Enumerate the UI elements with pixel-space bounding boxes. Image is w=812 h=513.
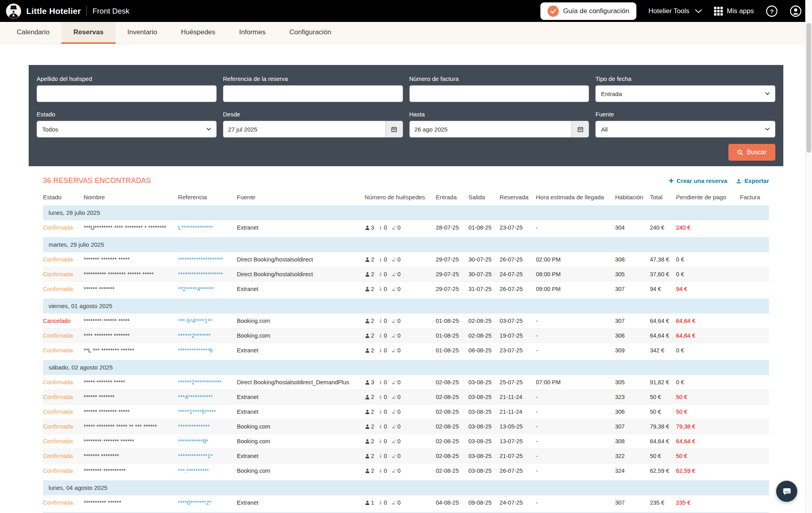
reference-link[interactable]: ******************** bbox=[178, 256, 237, 263]
infant-icon bbox=[391, 454, 396, 458]
status-badge: Confirmada bbox=[43, 394, 84, 400]
tab-informes[interactable]: Informes bbox=[227, 22, 278, 44]
status-badge: Confirmada bbox=[43, 271, 84, 277]
results-count: 36 RESERVAS ENCONTRADAS bbox=[43, 177, 151, 185]
from-date-input[interactable] bbox=[223, 121, 385, 138]
source-select[interactable]: All bbox=[595, 121, 775, 138]
my-apps-button[interactable]: Mis apps bbox=[714, 7, 754, 16]
booking-reference-input[interactable] bbox=[223, 85, 403, 102]
child-icon bbox=[378, 333, 383, 338]
reference-link[interactable]: ******2************ bbox=[178, 379, 237, 385]
pending-amount: 50 € bbox=[676, 394, 740, 400]
total-amount: 91,82 € bbox=[650, 379, 676, 385]
reference-link[interactable]: L************** bbox=[178, 224, 237, 231]
booked-date: 13-05-25 bbox=[500, 423, 536, 430]
tab-reservas[interactable]: Reservas bbox=[61, 22, 115, 44]
adults-count: 2 bbox=[371, 271, 374, 277]
status-select[interactable]: Todos bbox=[37, 121, 217, 138]
total-amount: 64,64 € bbox=[650, 332, 676, 339]
reference-link[interactable]: ****0*******2* bbox=[178, 499, 237, 506]
guest-name: ********** ******** ****** ***** bbox=[84, 271, 178, 277]
date-group-header: lunes, 04 agosto 2025 bbox=[43, 480, 769, 495]
little-hotelier-logo-icon bbox=[6, 3, 22, 19]
reservation-row: Confirmada****** ******** **********1***… bbox=[43, 404, 769, 419]
adults-count: 1 bbox=[371, 499, 374, 506]
column-header: Salida bbox=[468, 194, 499, 200]
checkout-date: 08-08-25 bbox=[468, 347, 499, 354]
infants-count: 0 bbox=[397, 379, 401, 385]
tab-inventario[interactable]: Inventario bbox=[115, 22, 169, 44]
room-number: 304 bbox=[615, 224, 650, 231]
adult-icon bbox=[365, 225, 370, 230]
search-filter-panel: Apellido del huésped Referencia de la re… bbox=[29, 65, 783, 166]
export-link[interactable]: Exportar bbox=[736, 177, 769, 184]
column-header: Nombre bbox=[84, 194, 178, 200]
adults-count: 2 bbox=[371, 318, 374, 324]
help-icon[interactable]: ? bbox=[766, 5, 778, 17]
reference-link[interactable]: ******************** bbox=[178, 271, 237, 277]
reference-link[interactable]: **************6 bbox=[178, 347, 237, 354]
column-header: Entrada bbox=[436, 194, 468, 200]
adults-count: 2 bbox=[371, 468, 374, 474]
reference-link[interactable]: *************1* bbox=[178, 453, 237, 459]
source-cell: Booking.com bbox=[237, 468, 365, 474]
tab-configuracion[interactable]: Configuración bbox=[278, 22, 343, 44]
child-icon bbox=[378, 409, 383, 415]
brand-divider bbox=[86, 6, 87, 16]
setup-guide-button[interactable]: Guía de configuración bbox=[540, 2, 636, 20]
source-cell: Extranet bbox=[237, 394, 365, 400]
total-amount: 47,38 € bbox=[650, 256, 676, 263]
checkout-date: 03-08-25 bbox=[468, 438, 499, 444]
account-icon[interactable] bbox=[790, 5, 802, 17]
status-badge: Confirmada bbox=[43, 224, 84, 231]
column-header: Reservada bbox=[500, 194, 536, 200]
date-type-select[interactable]: Entrada bbox=[595, 85, 775, 102]
checkout-date: 03-08-25 bbox=[468, 379, 499, 385]
adults-count: 3 bbox=[371, 224, 374, 231]
svg-text:?: ? bbox=[770, 8, 773, 14]
infant-icon bbox=[391, 409, 396, 414]
reference-link[interactable]: *****1****5***** bbox=[178, 409, 237, 415]
tab-huespedes[interactable]: Huéspedes bbox=[169, 22, 227, 44]
pending-amount: 235 € bbox=[676, 499, 740, 506]
guest-name: ****** ******** ***** bbox=[84, 409, 178, 415]
guest-name: ******* ******* ***** bbox=[84, 256, 178, 263]
booking-reference-field: Referencia de la reserva bbox=[223, 75, 403, 102]
hotelier-tools-menu[interactable]: Hotelier Tools bbox=[648, 7, 702, 15]
infants-count: 0 bbox=[397, 409, 401, 415]
guest-name: ******** ******* ****** bbox=[84, 438, 178, 444]
to-date-input[interactable] bbox=[409, 121, 572, 138]
adult-icon bbox=[365, 500, 370, 505]
checkin-date: 29-07-25 bbox=[436, 256, 468, 263]
adult-icon bbox=[365, 287, 370, 292]
reference-link[interactable]: ***-5*4****1** bbox=[178, 318, 237, 324]
booked-date: 26-07-25 bbox=[500, 256, 536, 263]
reference-link[interactable]: ***4*********** bbox=[178, 394, 237, 400]
tab-calendario[interactable]: Calendario bbox=[5, 22, 61, 44]
guest-counts: 100 bbox=[365, 499, 436, 506]
source-cell: Booking.com bbox=[237, 318, 365, 324]
guest-name: **** ******** ******* bbox=[84, 332, 178, 339]
to-date-calendar-icon[interactable] bbox=[571, 121, 589, 138]
from-date-calendar-icon[interactable] bbox=[385, 121, 403, 138]
invoice-number-input[interactable] bbox=[409, 85, 589, 102]
search-button[interactable]: Buscar bbox=[728, 144, 775, 161]
date-group-header: viernes, 01 agosto 2025 bbox=[43, 299, 769, 313]
reference-link[interactable]: ***********8* bbox=[178, 438, 237, 444]
reference-link[interactable]: ***.********** bbox=[178, 468, 237, 474]
total-amount: 37,60 € bbox=[650, 271, 676, 277]
source-cell: Booking.com bbox=[237, 332, 365, 339]
infant-icon bbox=[391, 468, 396, 473]
reference-link[interactable]: ******2******* bbox=[178, 332, 237, 339]
reference-link[interactable]: ************** bbox=[178, 423, 237, 430]
pending-amount: 64,64 € bbox=[676, 332, 740, 339]
scrollbar-thumb[interactable] bbox=[806, 23, 811, 153]
download-icon bbox=[736, 178, 742, 184]
create-reservation-link[interactable]: Crear una reserva bbox=[669, 177, 728, 184]
chat-widget-button[interactable] bbox=[776, 481, 797, 502]
guest-last-name-input[interactable] bbox=[37, 85, 217, 102]
vertical-scrollbar[interactable] bbox=[805, 0, 812, 513]
guest-name: ****** ******* bbox=[84, 394, 178, 400]
reservation-row: Confirmada******** ******* *************… bbox=[43, 434, 769, 448]
reference-link[interactable]: **2*****4****** bbox=[178, 286, 237, 292]
